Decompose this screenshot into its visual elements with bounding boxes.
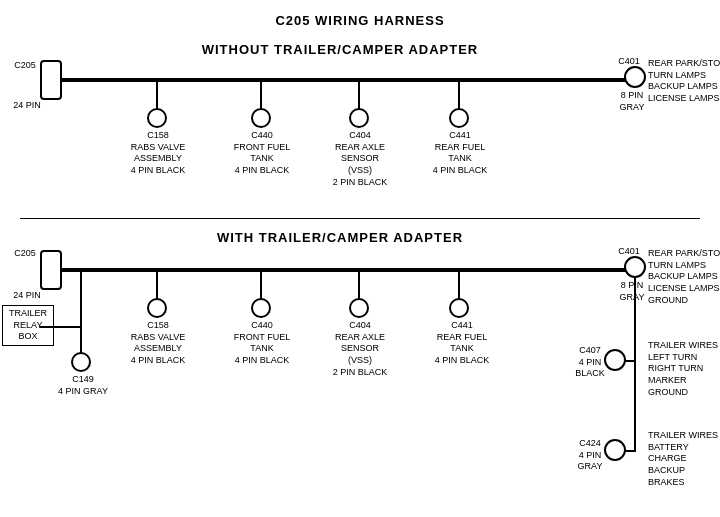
c205-1-pin-label: 24 PIN <box>6 100 48 112</box>
c401-1-right-label: REAR PARK/STOPTURN LAMPSBACKUP LAMPSLICE… <box>648 58 720 105</box>
c149-label: C1494 PIN GRAY <box>54 374 112 397</box>
page-title: C205 WIRING HARNESS <box>0 5 720 28</box>
c401-1-circle <box>624 66 646 88</box>
c424-right-label: TRAILER WIRESBATTERY CHARGEBACKUPBRAKES <box>648 430 720 488</box>
c440-1-drop <box>260 78 262 110</box>
section1-label: WITHOUT TRAILER/CAMPER ADAPTER <box>120 42 560 57</box>
c205-1-rect <box>40 60 62 100</box>
c401-2-label: C401 <box>614 246 644 258</box>
c149-drop <box>80 326 82 354</box>
wire-line-1 <box>62 78 637 82</box>
c441-1-drop <box>458 78 460 110</box>
c440-2-circle <box>251 298 271 318</box>
c158-2-circle <box>147 298 167 318</box>
c158-1-circle <box>147 108 167 128</box>
relay-box-drop <box>80 268 82 328</box>
c401-2-pin-label: 8 PINGRAY <box>614 280 650 303</box>
c205-2-label: C205 <box>10 248 40 260</box>
c401-1-pin-label: 8 PINGRAY <box>614 90 650 113</box>
c401-2-right-label: REAR PARK/STOPTURN LAMPSBACKUP LAMPSLICE… <box>648 248 720 306</box>
c149-circle <box>71 352 91 372</box>
diagram: C205 WIRING HARNESS WITHOUT TRAILER/CAMP… <box>0 0 720 490</box>
c158-2-label: C158RABS VALVEASSEMBLY4 PIN BLACK <box>126 320 190 367</box>
c441-1-label: C441REAR FUELTANK4 PIN BLACK <box>428 130 492 177</box>
c401-1-label: C401 <box>614 56 644 68</box>
c404-2-label: C404REAR AXLESENSOR(VSS)2 PIN BLACK <box>328 320 392 378</box>
c158-2-drop <box>156 268 158 300</box>
section-divider <box>20 218 700 219</box>
c441-1-circle <box>449 108 469 128</box>
c404-2-circle <box>349 298 369 318</box>
c441-2-drop <box>458 268 460 300</box>
c407-label: C4074 PINBLACK <box>572 345 608 380</box>
c440-1-label: C440FRONT FUELTANK4 PIN BLACK <box>230 130 294 177</box>
c404-2-drop <box>358 268 360 300</box>
c158-1-label: C158RABS VALVEASSEMBLY4 PIN BLACK <box>126 130 190 177</box>
wire-line-2 <box>62 268 637 272</box>
c407-right-label: TRAILER WIRESLEFT TURNRIGHT TURNMARKERGR… <box>648 340 720 398</box>
c441-2-circle <box>449 298 469 318</box>
c404-1-circle <box>349 108 369 128</box>
c158-1-drop <box>156 78 158 110</box>
c440-2-label: C440FRONT FUELTANK4 PIN BLACK <box>230 320 294 367</box>
c205-2-rect <box>40 250 62 290</box>
c205-2-pin-label: 24 PIN <box>6 290 48 302</box>
c401-2-circle <box>624 256 646 278</box>
c441-2-label: C441REAR FUELTANK4 PIN BLACK <box>430 320 494 367</box>
c404-1-label: C404REAR AXLESENSOR(VSS)2 PIN BLACK <box>328 130 392 188</box>
c440-1-circle <box>251 108 271 128</box>
c440-2-drop <box>260 268 262 300</box>
section2-label: WITH TRAILER/CAMPER ADAPTER <box>120 230 560 245</box>
c404-1-drop <box>358 78 360 110</box>
c205-1-label: C205 <box>10 60 40 72</box>
right-branch-v <box>634 278 636 450</box>
c424-label: C4244 PINGRAY <box>572 438 608 473</box>
trailer-relay-label: TRAILERRELAYBOX <box>2 305 54 346</box>
